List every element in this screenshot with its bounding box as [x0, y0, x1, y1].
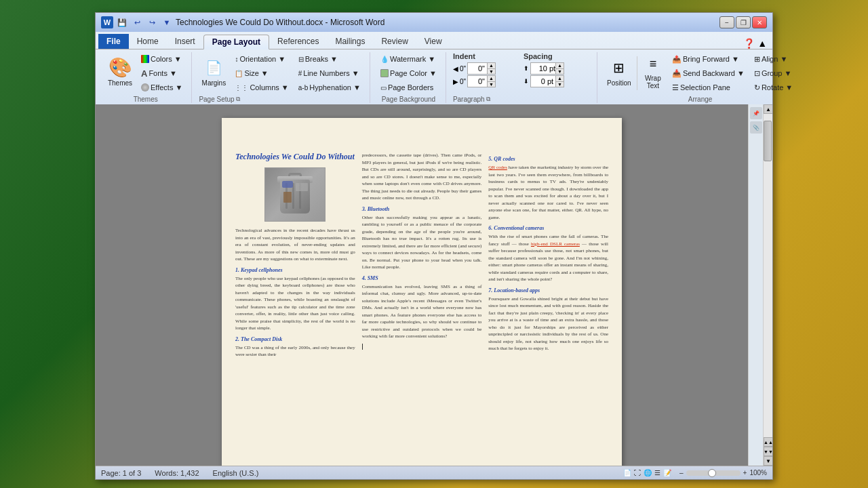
page-borders-button[interactable]: ▭ Page Borders	[377, 81, 440, 94]
tab-review[interactable]: Review	[373, 34, 416, 49]
hyphenation-button[interactable]: a-b Hyphenation ▼	[295, 81, 364, 94]
tab-file[interactable]: File	[98, 34, 129, 49]
quick-redo-icon[interactable]: ↪	[146, 16, 158, 28]
colors-label: Colors ▼	[151, 55, 182, 63]
orientation-button[interactable]: ↕ Orientation ▼	[231, 52, 292, 66]
bring-forward-button[interactable]: 📤 Bring Forward ▼	[669, 52, 748, 66]
position-button[interactable]: ⊞ Position	[604, 52, 634, 92]
size-button[interactable]: 📋 Size ▼	[231, 66, 292, 80]
indent-left-input[interactable]: 0" ▲ ▼	[467, 62, 496, 75]
spacing-before-spinner[interactable]: ▲ ▼	[555, 63, 564, 74]
breaks-button[interactable]: ⊟ Breaks ▼	[295, 52, 364, 66]
quick-save-icon[interactable]: 💾	[116, 16, 128, 28]
selection-pane-button[interactable]: ☰ Selection Pane	[669, 81, 748, 94]
indent-left-up[interactable]: ▲	[487, 63, 495, 68]
zoom-slider-thumb[interactable]	[708, 469, 716, 477]
position-label: Position	[607, 79, 631, 87]
full-screen-btn[interactable]: ⛶	[634, 469, 641, 476]
indent-col: Indent ◀ 0" 0" ▲ ▼	[453, 52, 521, 87]
document-column-1: Technologies We Could Do Without	[235, 152, 355, 466]
tab-references[interactable]: References	[269, 34, 327, 49]
qr-code-link: QR codes	[488, 165, 507, 170]
line-numbers-button[interactable]: # Line Numbers ▼	[295, 66, 364, 80]
arrange-col2: ⊞ Align ▼ ⊡ Group ▼ ↻ Rotate ▼	[751, 52, 796, 94]
themes-label: Themes	[108, 79, 132, 87]
effects-button[interactable]: Effects ▼	[138, 81, 186, 94]
scroll-thumb[interactable]	[764, 121, 772, 161]
tab-mailings[interactable]: Mailings	[327, 34, 373, 49]
section4-body: Communication has evolved, leaving SMS a…	[362, 283, 482, 340]
scroll-down-arrow[interactable]: ▼	[764, 456, 772, 466]
spacing-after-up[interactable]: ▲	[555, 76, 564, 81]
zoom-plus[interactable]: +	[743, 469, 747, 476]
quick-customize-icon[interactable]: ▼	[161, 16, 173, 28]
page-borders-label: Page Borders	[388, 83, 433, 92]
indent-right-input[interactable]: 0" ▲ ▼	[467, 75, 496, 87]
tab-page-layout[interactable]: Page Layout	[203, 35, 269, 49]
spacing-before-down[interactable]: ▼	[555, 68, 564, 75]
page-color-button[interactable]: Page Color ▼	[377, 66, 440, 80]
zoom-slider[interactable]	[686, 470, 741, 476]
help-icon[interactable]: ❓	[743, 38, 755, 49]
page-setup-group-content: 📄 Margins ↕ Orientation ▼ 📋 Size ▼	[199, 52, 364, 94]
minimize-button[interactable]: −	[719, 16, 734, 28]
group-button[interactable]: ⊡ Group ▼	[751, 66, 796, 80]
indent-right-up[interactable]: ▲	[487, 76, 495, 81]
page-info: Page: 1 of 3	[101, 469, 141, 477]
spacing-before-input[interactable]: 10 pt ▲ ▼	[530, 62, 564, 75]
margins-button[interactable]: 📄 Margins	[199, 52, 229, 92]
close-button[interactable]: ✕	[752, 16, 767, 28]
page-color-label: Page Color ▼	[390, 69, 437, 77]
page-setup-expand-icon[interactable]: ⧉	[236, 96, 240, 103]
spacing-before-up[interactable]: ▲	[555, 63, 564, 68]
paragraph-expand-icon[interactable]: ⧉	[486, 96, 490, 103]
section2-heading: 2. The Compact Disk	[235, 336, 355, 342]
page-setup-group-label: Page Setup ⧉	[199, 96, 364, 103]
indent-left-down[interactable]: ▼	[487, 68, 495, 75]
draft-btn[interactable]: 📝	[663, 469, 671, 476]
size-label: Size ▼	[244, 69, 268, 77]
pane-icon-2[interactable]: 📎	[750, 121, 762, 134]
col1-intro: Technological advances in the recent dec…	[235, 227, 355, 263]
vertical-scrollbar[interactable]: ▲ ▲▲ ▼▼ ▼	[763, 104, 772, 466]
themes-button[interactable]: 🎨 Themes	[105, 52, 135, 92]
tab-home[interactable]: Home	[129, 34, 167, 49]
print-layout-btn[interactable]: 📄	[623, 469, 631, 476]
page-background-group-label: Page Background	[377, 96, 440, 103]
align-button[interactable]: ⊞ Align ▼	[751, 52, 796, 66]
tab-insert[interactable]: Insert	[167, 34, 203, 49]
align-icon: ⊞	[754, 55, 760, 64]
spacing-after-spinner[interactable]: ▲ ▼	[555, 76, 564, 87]
colors-button[interactable]: Colors ▼	[138, 52, 186, 66]
indent-right-down[interactable]: ▼	[487, 81, 495, 87]
fonts-button[interactable]: A Fonts ▼	[138, 66, 186, 80]
web-layout-btn[interactable]: 🌐	[644, 469, 652, 476]
spacing-after-input[interactable]: 0 pt ▲ ▼	[530, 75, 564, 87]
indent-right-icon: ▶	[453, 78, 458, 85]
scroll-up-arrow[interactable]: ▲	[764, 104, 772, 114]
quick-undo-icon[interactable]: ↩	[131, 16, 143, 28]
spacing-after-down[interactable]: ▼	[555, 81, 564, 87]
fonts-label: Fonts ▼	[149, 69, 176, 77]
outline-btn[interactable]: ☰	[654, 469, 660, 476]
restore-button[interactable]: ❐	[736, 16, 751, 28]
scroll-page-down[interactable]: ▼▼	[764, 447, 772, 456]
ribbon-minimize-icon[interactable]: ▲	[757, 38, 767, 49]
scroll-page-up[interactable]: ▲▲	[764, 437, 772, 447]
wrap-text-button[interactable]: ≡ Wrap Text	[640, 52, 666, 92]
section6-heading: 6. Conventional cameras	[488, 225, 608, 231]
columns-button[interactable]: ⋮⋮ Columns ▼	[231, 81, 292, 94]
scroll-track[interactable]	[764, 114, 772, 437]
document-image	[264, 167, 326, 222]
indent-left-spinner[interactable]: ▲ ▼	[487, 63, 495, 74]
tab-view[interactable]: View	[416, 34, 450, 49]
margins-label: Margins	[202, 79, 226, 87]
send-backward-button[interactable]: 📥 Send Backward ▼	[669, 66, 748, 80]
word-count: Words: 1,432	[155, 469, 199, 477]
watermark-button[interactable]: 💧 Watermark ▼	[377, 52, 440, 66]
indent-right-spinner[interactable]: ▲ ▼	[487, 76, 495, 87]
pane-icon-1[interactable]: 📌	[750, 107, 762, 119]
rotate-button[interactable]: ↻ Rotate ▼	[751, 81, 796, 94]
page-bg-col: 💧 Watermark ▼ Page Color ▼ ▭ Page Border…	[377, 52, 440, 94]
document-area[interactable]: Technologies We Could Do Without	[96, 104, 748, 466]
